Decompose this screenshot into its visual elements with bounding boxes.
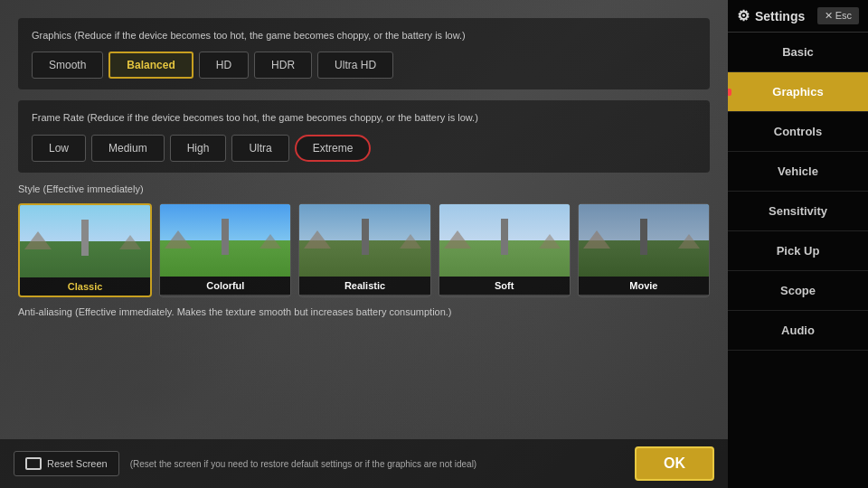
style-colorful-card[interactable]: Colorful <box>159 203 291 297</box>
sidebar-nav: Basic Graphics Controls Vehicle Sensitiv… <box>728 33 868 488</box>
ok-button[interactable]: OK <box>635 446 714 481</box>
framerate-low-btn[interactable]: Low <box>32 135 86 162</box>
style-title: Style (Effective immediately) <box>18 183 710 194</box>
style-soft-card[interactable]: Soft <box>439 203 571 297</box>
style-realistic-label: Realistic <box>299 277 429 295</box>
sidebar: ⚙ Settings ✕ Esc Basic Graphics Controls… <box>728 0 868 488</box>
graphics-ultrahd-btn[interactable]: Ultra HD <box>317 52 393 79</box>
style-cards: Classic Colorful <box>18 203 710 297</box>
graphics-balanced-btn[interactable]: Balanced <box>108 52 193 79</box>
graphics-quality-section: Graphics (Reduce if the device becomes t… <box>18 18 710 89</box>
esc-button[interactable]: ✕ Esc <box>817 7 859 24</box>
framerate-section: Frame Rate (Reduce if the device becomes… <box>18 100 710 172</box>
graphics-quality-options: Smooth Balanced HD HDR Ultra HD <box>32 52 696 79</box>
framerate-medium-btn[interactable]: Medium <box>91 135 165 162</box>
sidebar-item-graphics[interactable]: Graphics <box>728 72 868 112</box>
style-soft-img <box>439 204 570 277</box>
settings-title-label: Settings <box>755 9 805 23</box>
sidebar-item-audio[interactable]: Audio <box>728 311 868 351</box>
graphics-hd-btn[interactable]: HD <box>199 52 249 79</box>
gear-icon: ⚙ <box>737 7 750 24</box>
antialiasing-section: Anti-aliasing (Effective immediately. Ma… <box>18 306 710 317</box>
style-classic-card[interactable]: Classic <box>18 203 152 297</box>
framerate-ultra-btn[interactable]: Ultra <box>231 135 288 162</box>
style-section: Style (Effective immediately) Classic <box>18 183 710 297</box>
style-classic-label: Classic <box>20 277 150 296</box>
reset-screen-button[interactable]: Reset Screen <box>14 451 119 476</box>
style-classic-img <box>20 205 150 277</box>
sidebar-header: ⚙ Settings ✕ Esc <box>728 0 868 33</box>
style-movie-label: Movie <box>579 277 709 295</box>
sidebar-item-scope[interactable]: Scope <box>728 271 868 311</box>
framerate-high-btn[interactable]: High <box>170 135 227 162</box>
bottom-bar: Reset Screen (Reset the screen if you ne… <box>0 439 728 488</box>
style-colorful-label: Colorful <box>160 277 290 295</box>
reset-screen-label: Reset Screen <box>47 458 108 469</box>
graphics-hdr-btn[interactable]: HDR <box>254 52 312 79</box>
sidebar-item-sensitivity[interactable]: Sensitivity <box>728 192 868 231</box>
main-content: Graphics (Reduce if the device becomes t… <box>0 0 728 488</box>
sidebar-item-pickup[interactable]: Pick Up <box>728 231 868 271</box>
reset-hint: (Reset the screen if you need to restore… <box>130 459 624 469</box>
framerate-options: Low Medium High Ultra Extreme <box>32 135 696 162</box>
style-soft-label: Soft <box>439 277 570 295</box>
antialiasing-desc: Anti-aliasing (Effective immediately. Ma… <box>18 306 710 317</box>
graphics-quality-desc: Graphics (Reduce if the device becomes t… <box>32 29 696 42</box>
sidebar-item-vehicle[interactable]: Vehicle <box>728 152 868 192</box>
framerate-extreme-btn[interactable]: Extreme <box>295 135 372 162</box>
settings-title: ⚙ Settings <box>737 7 805 24</box>
sidebar-item-controls[interactable]: Controls <box>728 112 868 152</box>
style-realistic-card[interactable]: Realistic <box>298 203 430 297</box>
style-movie-card[interactable]: Movie <box>578 203 710 297</box>
style-colorful-img <box>160 204 290 277</box>
graphics-smooth-btn[interactable]: Smooth <box>32 52 103 79</box>
monitor-icon <box>25 457 42 470</box>
sidebar-item-basic[interactable]: Basic <box>728 33 868 72</box>
style-movie-img <box>579 204 709 277</box>
framerate-desc: Frame Rate (Reduce if the device becomes… <box>32 111 696 125</box>
style-realistic-img <box>299 204 429 277</box>
